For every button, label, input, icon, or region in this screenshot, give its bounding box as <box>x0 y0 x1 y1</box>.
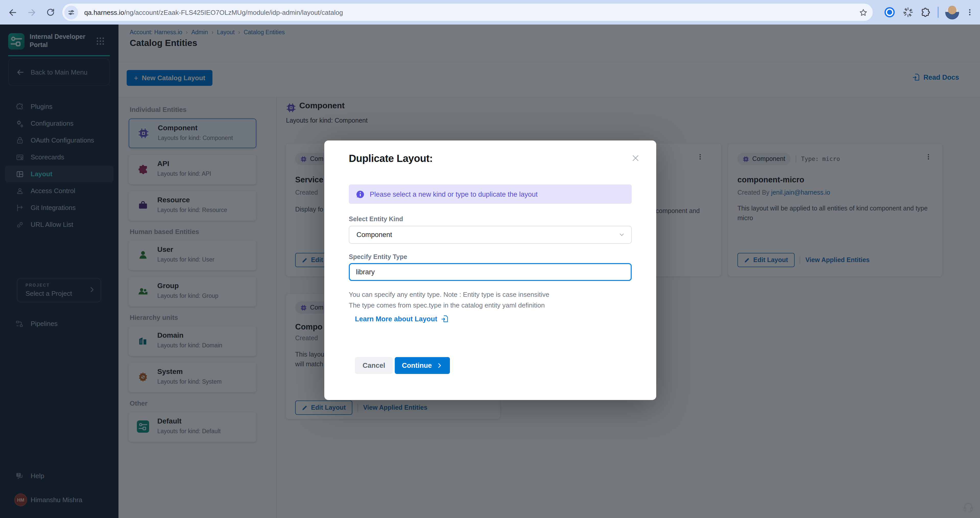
onepassword-extension-icon[interactable] <box>883 6 896 18</box>
url-host: qa.harness.io <box>84 8 124 16</box>
address-bar[interactable]: qa.harness.io/ng/account/zEaak-FLS425IEO… <box>62 3 873 21</box>
screen: qa.harness.io/ng/account/zEaak-FLS425IEO… <box>0 0 980 518</box>
url-path: /ng/account/zEaak-FLS425IEO7OLzMUg/modul… <box>124 8 343 16</box>
info-banner-text: Please select a new kind or type to dupl… <box>370 190 538 198</box>
dialog-title: Duplicate Layout: <box>349 153 433 164</box>
entity-type-input[interactable] <box>349 263 632 281</box>
url-text: qa.harness.io/ng/account/zEaak-FLS425IEO… <box>84 8 855 16</box>
duplicate-layout-dialog: Duplicate Layout: Please select a new ki… <box>324 140 656 400</box>
type-field-label: Specify Entity Type <box>349 253 407 261</box>
extensions-puzzle-icon[interactable] <box>920 7 931 18</box>
entity-kind-select[interactable]: Component <box>349 226 632 244</box>
close-icon[interactable] <box>631 154 640 163</box>
doc-external-icon <box>441 315 449 323</box>
toolbar-divider <box>938 6 939 18</box>
browser-back-button[interactable] <box>5 5 19 19</box>
browser-forward-button[interactable] <box>24 5 39 19</box>
info-icon <box>356 190 364 198</box>
browser-profile-avatar[interactable] <box>945 5 959 19</box>
helper-text-line1: You can specify any entity type. Note : … <box>349 291 549 298</box>
site-settings-icon[interactable] <box>64 5 78 19</box>
browser-reload-button[interactable] <box>43 5 58 19</box>
toolbar-right-cluster <box>883 0 980 24</box>
browser-menu-kebab-icon[interactable] <box>966 8 974 17</box>
chevron-right-icon <box>436 362 442 369</box>
helper-text-line2: The type comes from spec.type in the cat… <box>349 301 545 309</box>
continue-button[interactable]: Continue <box>395 357 450 374</box>
chevron-down-icon <box>619 231 625 238</box>
entity-kind-value: Component <box>356 231 619 239</box>
cancel-button[interactable]: Cancel <box>355 357 393 374</box>
bookmark-star-icon[interactable] <box>859 8 868 17</box>
kind-field-label: Select Entity Kind <box>349 215 403 223</box>
app-window: Internal Developer Portal Back to Main M… <box>0 24 980 518</box>
learn-more-link[interactable]: Learn More about Layout <box>355 315 449 323</box>
info-banner: Please select a new kind or type to dupl… <box>349 185 632 204</box>
burst-extension-icon[interactable] <box>902 6 913 18</box>
browser-toolbar: qa.harness.io/ng/account/zEaak-FLS425IEO… <box>0 0 980 24</box>
